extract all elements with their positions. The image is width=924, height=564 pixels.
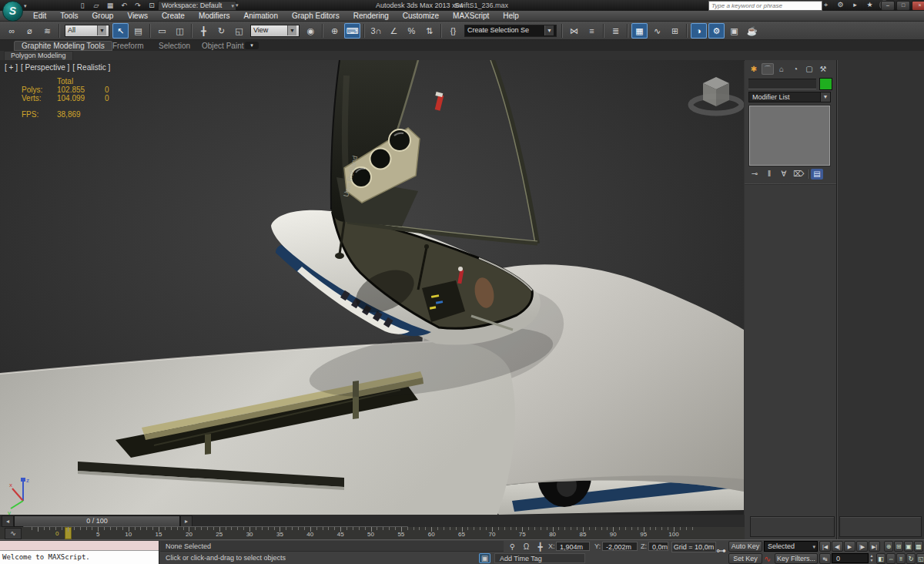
track-bar[interactable]: ∿ 0 510152025303540455055606570758085909… [0, 527, 745, 539]
menu-graph-editors[interactable]: Graph Editors [285, 11, 346, 21]
curve-editor[interactable]: ∿ [649, 23, 665, 39]
application-menu-arrow-icon[interactable]: ▾ [24, 3, 27, 9]
viewport-shading-menu[interactable]: [ Realistic ] [72, 63, 110, 72]
percent-snap-toggle[interactable]: % [403, 23, 420, 39]
select-object[interactable]: ↖ [112, 23, 129, 39]
material-editor[interactable]: ◑ [691, 23, 707, 39]
render-production[interactable]: ☕ [744, 23, 760, 39]
selection-lock-icon[interactable]: Ω [521, 542, 532, 552]
menu-modifiers[interactable]: Modifiers [192, 11, 237, 21]
perspective-viewport[interactable]: [ + ] [ Perspective ] [ Realistic ] Tota… [0, 60, 744, 515]
maxscript-macro-recorder[interactable] [0, 541, 159, 551]
redo[interactable]: ↷ [132, 1, 143, 10]
unlink-selection[interactable]: ⌀ [22, 23, 38, 39]
viewport-3d-scene[interactable]: Uwe Roßland x y z [0, 60, 744, 515]
named-selection-sets-dropdown[interactable]: Create Selection Se▼ [464, 25, 557, 37]
project-folder[interactable]: ⊡ [146, 1, 157, 10]
infocenter-search-input[interactable] [708, 1, 822, 11]
auto-key-button[interactable]: Auto Key [728, 541, 762, 552]
open-file[interactable]: ▱ [91, 1, 102, 10]
selection-set-dropdown[interactable]: Selected▾ [764, 541, 818, 552]
zoom-region-button[interactable]: ◧ [876, 553, 886, 564]
menu-edit[interactable]: Edit [26, 11, 53, 21]
orbit-button[interactable]: ↻ [906, 553, 916, 564]
render-setup[interactable]: ⚙ [708, 23, 725, 39]
schematic-view[interactable]: ⊞ [667, 23, 683, 39]
next-frame-arrow[interactable]: ▸ [180, 515, 192, 527]
add-time-tag[interactable]: Add Time Tag [494, 553, 585, 563]
isolate-selection-icon[interactable]: ⚲ [507, 542, 518, 552]
frame-spinner[interactable]: ▲▼ [869, 553, 875, 563]
ribbon-tab-object-paint[interactable]: Object Paint [194, 41, 251, 51]
maximize-button[interactable]: □ [896, 1, 910, 11]
key-filters-button[interactable]: Key Filters... [775, 553, 818, 564]
menu-group[interactable]: Group [85, 11, 121, 21]
motion-tab[interactable]: ◔ [789, 63, 802, 75]
menu-views[interactable]: Views [120, 11, 155, 21]
pin-stack[interactable]: ⊸ [748, 169, 761, 180]
utilities-tab[interactable]: ⚒ [817, 63, 829, 75]
undo[interactable]: ↶ [119, 1, 129, 10]
ribbon-tab-freeform[interactable]: Freeform [105, 41, 152, 51]
angle-snap-toggle[interactable]: ∠ [386, 23, 402, 39]
configure-modifier-sets[interactable]: ▤ [811, 169, 823, 180]
viewport-pov-menu[interactable]: [ Perspective ] [21, 63, 69, 72]
time-slider-track[interactable]: ◂ 0 / 100 ▸ [0, 515, 745, 528]
select-and-rotate[interactable]: ↻ [213, 23, 229, 39]
y-coordinate-field[interactable]: -2,002m [602, 542, 638, 551]
menu-tools[interactable]: Tools [53, 11, 85, 21]
set-key-button[interactable]: Set Key [728, 553, 762, 564]
select-and-move[interactable]: ╋ [196, 23, 212, 39]
next-frame-button[interactable]: |▶ [856, 541, 868, 552]
object-name-field[interactable] [748, 79, 816, 89]
polygon-modeling-panel[interactable]: Polygon Modeling [4, 51, 73, 60]
walk-through-button[interactable]: ‼ [896, 553, 906, 564]
maxscript-mini-listener[interactable]: Welcome to MAXScript. [0, 541, 159, 564]
subscription-center-icon[interactable]: ⚙ [835, 0, 845, 10]
quick-access-flyout-icon[interactable]: ▾ [236, 2, 239, 8]
time-tag-icon[interactable]: ▣ [479, 553, 490, 563]
spinner-snap-toggle[interactable]: ⇅ [421, 23, 437, 39]
go-to-start-button[interactable]: |◀ [819, 541, 831, 552]
close-button[interactable]: × [912, 1, 924, 11]
absolute-mode-transform-icon[interactable]: ╋ [534, 542, 546, 552]
menu-customize[interactable]: Customize [396, 11, 446, 21]
reference-coordinate-dropdown[interactable]: View▼ [250, 25, 300, 37]
zoom-extents-button[interactable]: ▣ [904, 541, 913, 552]
selection-filter-dropdown[interactable]: All▼ [65, 25, 109, 37]
modify-tab[interactable]: ⌒ [762, 63, 774, 75]
menu-maxscript[interactable]: MAXScript [446, 11, 496, 21]
time-slider-handle[interactable]: 0 / 100 [14, 515, 180, 527]
modifier-list-dropdown[interactable]: Modifier List ▼ [748, 92, 831, 102]
window-crossing-toggle[interactable]: ◫ [172, 23, 188, 39]
menu-animation[interactable]: Animation [236, 11, 284, 21]
go-to-end-button[interactable]: ▶| [869, 541, 880, 552]
create-tab[interactable]: ✱ [748, 63, 760, 75]
mirror[interactable]: ⋈ [566, 23, 582, 39]
modifier-stack[interactable] [748, 105, 831, 166]
zoom-all-button[interactable]: ⊞ [894, 541, 903, 552]
maximize-viewport-toggle-button[interactable]: ◱ [916, 553, 924, 564]
workspace-dropdown[interactable]: Workspace: Default▾ [158, 1, 236, 11]
select-and-scale[interactable]: ◱ [231, 23, 247, 39]
select-by-name[interactable]: ▤ [130, 23, 146, 39]
key-icon[interactable]: ⊶ [716, 545, 726, 556]
save-file[interactable]: ▦ [105, 1, 116, 10]
graphite-ribbon-toggle[interactable]: ▦ [631, 23, 648, 39]
zoom-button[interactable]: ⊕ [884, 541, 893, 552]
edit-named-selection-sets[interactable]: {} [445, 23, 461, 39]
rendered-frame-window[interactable]: ▣ [726, 23, 742, 39]
play-button[interactable]: ▶ [844, 541, 855, 552]
zoom-extents-all-button[interactable]: ▩ [914, 541, 923, 552]
communication-center-icon[interactable]: ▸ [850, 0, 860, 10]
previous-frame-button[interactable]: ◀| [832, 541, 843, 552]
bind-to-space-warp[interactable]: ≋ [39, 23, 55, 39]
display-tab[interactable]: ▢ [803, 63, 815, 75]
x-coordinate-field[interactable]: 1,904m [556, 542, 590, 551]
show-end-result[interactable]: ‖ [763, 169, 775, 180]
current-frame-field[interactable]: 0 [832, 553, 869, 563]
select-and-link[interactable]: ∞ [4, 23, 20, 39]
new-scene[interactable]: ▯ [77, 1, 88, 10]
menu-help[interactable]: Help [496, 11, 526, 21]
snaps-toggle-3d[interactable]: 3∩ [368, 23, 384, 39]
